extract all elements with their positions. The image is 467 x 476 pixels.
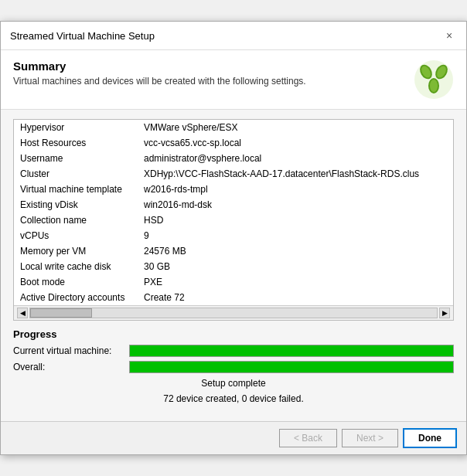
row-label: Existing vDisk (14, 197, 138, 212)
header-section: Summary Virtual machines and devices wil… (1, 50, 466, 110)
scrollbar-track[interactable] (29, 308, 438, 318)
row-label: Memory per VM (14, 243, 138, 259)
overall-progress-bar (129, 361, 454, 373)
header-title: Summary (13, 60, 306, 73)
summary-table-wrapper: HypervisorVMWare vSphere/ESXHost Resourc… (13, 119, 454, 321)
row-value: 30 GB (138, 259, 453, 274)
overall-label: Overall: (13, 362, 129, 372)
svg-point-6 (430, 80, 438, 92)
progress-title: Progress (13, 328, 454, 340)
table-row: ClusterXDHyp:\VCC-FlashStack-AAD-17.data… (14, 166, 453, 182)
row-value: XDHyp:\VCC-FlashStack-AAD-17.datacenter\… (138, 166, 453, 182)
row-label: vCPUs (14, 228, 138, 243)
header-subtitle: Virtual machines and devices will be cre… (13, 76, 306, 87)
overall-fill (130, 362, 453, 372)
row-label: Cluster (14, 166, 138, 182)
dialog-footer: < Back Next > Done (1, 421, 466, 454)
table-row: Virtual machine templatew2016-rds-tmpl (14, 182, 453, 197)
row-label: Host Resources (14, 135, 138, 151)
progress-section: Progress Current virtual machine: Overal… (13, 328, 454, 404)
scrollbar-thumb[interactable] (30, 308, 92, 318)
table-row: Memory per VM24576 MB (14, 243, 453, 259)
scroll-right-arrow[interactable]: ▶ (439, 308, 450, 318)
row-value: 24576 MB (138, 243, 453, 259)
overall-progress-row: Overall: (13, 361, 454, 373)
table-row: Host Resourcesvcc-vcsa65.vcc-sp.local (14, 135, 453, 151)
table-row: Usernameadministrator@vsphere.local (14, 151, 453, 166)
summary-table: HypervisorVMWare vSphere/ESXHost Resourc… (14, 120, 453, 305)
current-vm-label: Current virtual machine: (13, 345, 129, 356)
table-row: Collection nameHSD (14, 212, 453, 228)
close-button[interactable]: × (441, 28, 457, 43)
row-label: Hypervisor (14, 120, 138, 135)
row-value: PXE (138, 274, 453, 290)
scroll-left-arrow[interactable]: ◀ (17, 308, 28, 318)
row-label: Username (14, 151, 138, 166)
row-label: Collection name (14, 212, 138, 228)
back-button[interactable]: < Back (279, 429, 337, 447)
header-left: Summary Virtual machines and devices wil… (13, 60, 306, 87)
row-value: win2016-md-dsk (138, 197, 453, 212)
current-vm-progress-bar (129, 345, 454, 357)
title-bar: Streamed Virtual Machine Setup × (1, 22, 466, 50)
content-area: HypervisorVMWare vSphere/ESXHost Resourc… (1, 110, 466, 413)
row-label: Virtual machine template (14, 182, 138, 197)
row-label: Active Directory accounts (14, 290, 138, 305)
status-line1: Setup complete (13, 378, 454, 389)
current-vm-fill (130, 345, 453, 356)
table-row: Active Directory accountsCreate 72 (14, 290, 453, 305)
dialog: Streamed Virtual Machine Setup × Summary… (0, 21, 467, 455)
row-value: HSD (138, 212, 453, 228)
row-label: Boot mode (14, 274, 138, 290)
row-value: administrator@vsphere.local (138, 151, 453, 166)
horizontal-scrollbar[interactable]: ◀ ▶ (14, 305, 453, 320)
table-row: Local write cache disk30 GB (14, 259, 453, 274)
next-button[interactable]: Next > (342, 429, 398, 447)
current-vm-progress-row: Current virtual machine: (13, 345, 454, 357)
done-button[interactable]: Done (403, 428, 457, 448)
row-value: Create 72 (138, 290, 453, 305)
row-value: VMWare vSphere/ESX (138, 120, 453, 135)
table-row: vCPUs9 (14, 228, 453, 243)
table-row: Existing vDiskwin2016-md-dsk (14, 197, 453, 212)
status-line2: 72 device created, 0 device failed. (13, 393, 454, 404)
dialog-title: Streamed Virtual Machine Setup (10, 30, 155, 42)
row-value: 9 (138, 228, 453, 243)
row-label: Local write cache disk (14, 259, 138, 274)
table-row: HypervisorVMWare vSphere/ESX (14, 120, 453, 135)
table-row: Boot modePXE (14, 274, 453, 290)
row-value: vcc-vcsa65.vcc-sp.local (138, 135, 453, 151)
citrix-logo (414, 60, 454, 100)
row-value: w2016-rds-tmpl (138, 182, 453, 197)
